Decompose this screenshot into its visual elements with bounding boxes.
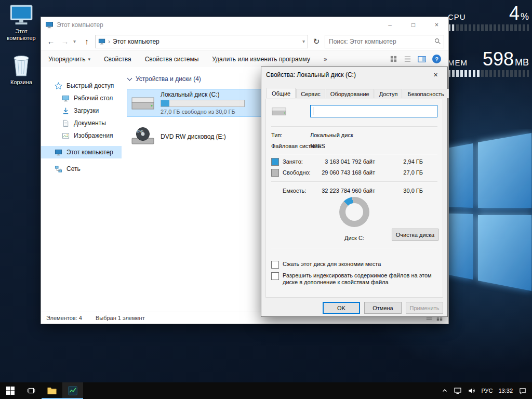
sidebar-item-network[interactable]: Сеть xyxy=(41,163,122,175)
history-dropdown-icon[interactable]: ▾ xyxy=(73,38,78,44)
index-checkbox[interactable]: Разрешить индексировать содержимое файло… xyxy=(271,272,438,286)
explorer-titlebar[interactable]: Этот компьютер – □ × xyxy=(41,17,448,33)
minimize-button[interactable]: – xyxy=(378,17,402,33)
network-icon[interactable] xyxy=(454,387,462,394)
volume-label-input[interactable] xyxy=(310,105,437,117)
desktop-icon-label: Корзина xyxy=(4,79,38,86)
toolbar-overflow-button[interactable]: » xyxy=(324,56,327,63)
search-input[interactable] xyxy=(328,37,434,46)
address-dropdown-icon[interactable]: ▾ xyxy=(302,38,305,44)
sidebar-item-downloads[interactable]: Загрузки xyxy=(41,104,122,117)
status-item-count: Элементов: 4 xyxy=(46,315,82,321)
toolbar-properties-button[interactable]: Свойства xyxy=(104,56,131,63)
cpu-meter-label: CPU xyxy=(448,12,466,21)
apply-button[interactable]: Применить xyxy=(406,302,443,314)
type-value: Локальный диск xyxy=(310,132,353,138)
drive-free-space: 27,0 ГБ свободно из 30,0 ГБ xyxy=(161,109,245,115)
hard-drive-icon xyxy=(271,104,287,118)
toolbar-label: Свойства системы xyxy=(145,56,199,63)
details-view-icon[interactable] xyxy=(404,55,411,63)
taskbar-monitor-app-button[interactable] xyxy=(62,382,83,399)
search-box[interactable] xyxy=(325,35,444,48)
used-bytes: 3 163 041 792 байт xyxy=(310,158,375,165)
sidebar-item-desktop[interactable]: Рабочий стол xyxy=(41,92,122,104)
tab-security[interactable]: Безопасность xyxy=(403,89,448,98)
this-pc-icon xyxy=(9,4,33,26)
tab-tools[interactable]: Сервис xyxy=(296,89,325,98)
computer-icon xyxy=(55,149,62,156)
desktop-icon-this-pc[interactable]: Этот компьютер xyxy=(4,4,38,42)
sidebar-item-quick-access[interactable]: Быстрый доступ xyxy=(41,79,122,92)
taskbar: РУС 13:32 xyxy=(0,382,532,399)
task-view-button[interactable] xyxy=(21,382,42,399)
disk-cleanup-button[interactable]: Очистка диска xyxy=(392,229,438,241)
tab-general[interactable]: Общие xyxy=(267,88,296,98)
sidebar-item-label: Документы xyxy=(74,119,106,127)
tiles-view-icon[interactable] xyxy=(390,55,397,63)
desktop: Этот компьютер Корзина CPU 4 % MEM 598 M… xyxy=(0,0,532,399)
capacity-size: 30,0 ГБ xyxy=(385,188,423,194)
disk-caption: Диск C: xyxy=(338,235,371,241)
capacity-label: Емкость: xyxy=(283,188,306,194)
desktop-icon-recycle-bin[interactable]: Корзина xyxy=(4,53,38,86)
up-button[interactable]: ↑ xyxy=(81,37,92,46)
sidebar-item-this-pc[interactable]: Этот компьютер xyxy=(41,146,122,158)
folder-icon xyxy=(47,386,57,395)
action-center-icon[interactable] xyxy=(518,387,527,395)
checkbox-box[interactable] xyxy=(271,272,279,280)
preview-pane-icon[interactable] xyxy=(418,56,426,63)
compress-checkbox[interactable]: Сжать этот диск для экономии места xyxy=(271,261,381,269)
text-caret xyxy=(313,107,313,115)
toolbar-label: Упорядочить xyxy=(48,56,85,63)
start-button[interactable] xyxy=(0,382,21,399)
downloads-icon xyxy=(62,107,70,115)
separator xyxy=(271,154,437,155)
back-button[interactable]: ← xyxy=(45,37,57,46)
cancel-button[interactable]: Отмена xyxy=(364,302,402,314)
monitor-app-icon xyxy=(68,385,78,396)
sidebar-item-label: Рабочий стол xyxy=(74,95,113,102)
drive-item-dvd[interactable]: DVD DVD RW дисковод (E:) xyxy=(127,124,268,149)
window-title: Этот компьютер xyxy=(57,21,103,29)
toolbar-label: Удалить или изменить программу xyxy=(212,56,310,63)
collapse-chevron-icon xyxy=(127,76,132,81)
checkbox-label: Сжать этот диск для экономии места xyxy=(283,261,381,268)
sidebar-item-pictures[interactable]: Изображения xyxy=(41,129,122,142)
sidebar-item-documents[interactable]: Документы xyxy=(41,117,122,129)
address-bar[interactable]: › Этот компьютер ▾ xyxy=(95,35,308,48)
sidebar-item-label: Загрузки xyxy=(74,107,99,114)
close-button[interactable]: × xyxy=(425,17,448,33)
taskbar-file-explorer-button[interactable] xyxy=(42,382,62,399)
checkbox-box[interactable] xyxy=(271,261,279,269)
toolbar-organize-button[interactable]: Упорядочить ▾ xyxy=(48,56,90,63)
tab-hardware[interactable]: Оборудование xyxy=(326,89,374,98)
maximize-button[interactable]: □ xyxy=(402,17,425,33)
disk-usage-donut-chart xyxy=(339,197,369,227)
toolbar-uninstall-button[interactable]: Удалить или изменить программу xyxy=(212,56,310,63)
tray-expand-chevron-icon[interactable] xyxy=(442,388,448,394)
forward-button[interactable]: → xyxy=(59,37,71,46)
breadcrumb[interactable]: Этот компьютер xyxy=(113,38,159,45)
ok-button[interactable]: OK xyxy=(323,302,360,314)
drive-name: DVD RW дисковод (E:) xyxy=(161,133,226,140)
svg-text:DVD: DVD xyxy=(137,130,143,133)
help-icon: ? xyxy=(435,56,438,62)
recycle-bin-icon xyxy=(11,53,32,77)
dialog-titlebar[interactable]: Свойства: Локальный диск (C:) × xyxy=(261,67,447,83)
drive-item-local-disk-c[interactable]: Локальный диск (C:) 27,0 ГБ свободно из … xyxy=(127,89,268,117)
window-computer-icon xyxy=(45,21,54,29)
document-icon xyxy=(62,119,70,127)
tab-sharing[interactable]: Доступ xyxy=(375,89,403,98)
dialog-close-button[interactable]: × xyxy=(424,68,447,83)
separator xyxy=(271,126,437,127)
volume-icon[interactable] xyxy=(468,387,475,394)
windows-logo-icon xyxy=(6,387,15,395)
breadcrumb-chevron-icon[interactable]: › xyxy=(108,38,110,45)
toolbar-system-properties-button[interactable]: Свойства системы xyxy=(145,56,199,63)
refresh-button[interactable]: ↻ xyxy=(311,37,322,46)
help-button[interactable]: ? xyxy=(432,55,441,63)
sidebar-item-label: Сеть xyxy=(66,165,81,172)
explorer-sidebar: Быстрый доступ Рабочий стол Загрузки xyxy=(41,67,122,312)
language-indicator[interactable]: РУС xyxy=(481,388,493,394)
clock[interactable]: 13:32 xyxy=(498,388,513,394)
